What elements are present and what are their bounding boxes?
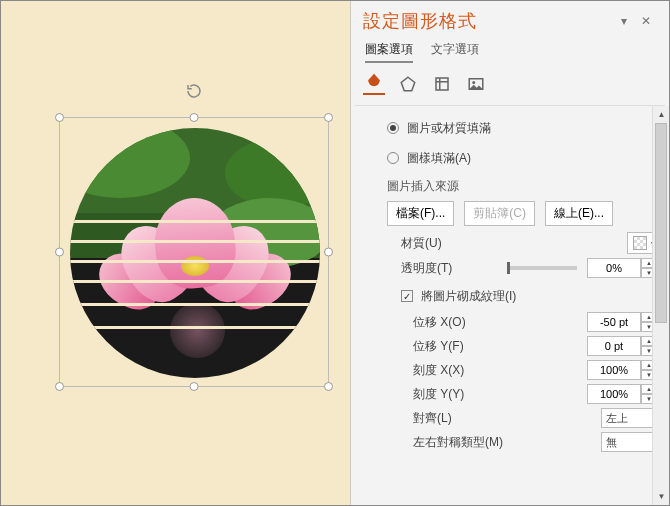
scale-x-input[interactable]: [587, 360, 641, 380]
scroll-up-icon[interactable]: ▲: [653, 106, 669, 123]
panel-scroll-area: 圖片或材質填滿 圖樣填滿(A) 圖片插入來源 檔案(F)... 剪貼簿(C) 線…: [351, 106, 669, 505]
resize-handle-tr[interactable]: [324, 113, 333, 122]
svg-rect-1: [436, 78, 448, 90]
fill-line-tab-icon[interactable]: [363, 73, 385, 95]
offset-x-spinner[interactable]: ▲▼: [587, 312, 661, 332]
format-shape-panel: 設定圖形格式 ▾ ✕ 圖案選項 文字選項 圖片或材質填滿 圖樣填滿(A) 圖片插…: [350, 1, 669, 505]
resize-handle-r[interactable]: [324, 248, 333, 257]
transparency-slider[interactable]: [507, 266, 577, 270]
scroll-thumb[interactable]: [655, 123, 667, 323]
rotate-handle[interactable]: [185, 82, 203, 100]
tile-checkbox[interactable]: ✓: [401, 290, 413, 302]
scale-x-label: 刻度 X(X): [413, 362, 587, 379]
panel-scrollbar[interactable]: ▲ ▼: [652, 106, 669, 505]
slide-canvas[interactable]: [1, 1, 351, 505]
online-button[interactable]: 線上(E)...: [545, 201, 613, 226]
scale-x-spinner[interactable]: ▲▼: [587, 360, 661, 380]
tab-shape-options[interactable]: 圖案選項: [365, 41, 413, 63]
svg-marker-0: [401, 77, 415, 91]
resize-handle-b[interactable]: [190, 382, 199, 391]
scroll-down-icon[interactable]: ▼: [653, 488, 669, 505]
options-tabs: 圖案選項 文字選項: [351, 37, 669, 69]
tile-checkbox-label: 將圖片砌成紋理(I): [421, 288, 516, 305]
resize-handle-br[interactable]: [324, 382, 333, 391]
radio-pattern-fill-label: 圖樣填滿(A): [407, 150, 471, 167]
panel-title: 設定圖形格式: [363, 9, 613, 33]
category-tabs: [351, 69, 669, 105]
resize-handle-l[interactable]: [55, 248, 64, 257]
radio-pattern-fill[interactable]: [387, 152, 399, 164]
picture-tab-icon[interactable]: [465, 73, 487, 95]
mirror-label: 左右對稱類型(M): [413, 434, 601, 451]
scale-y-input[interactable]: [587, 384, 641, 404]
offset-x-input[interactable]: [587, 312, 641, 332]
size-tab-icon[interactable]: [431, 73, 453, 95]
offset-x-label: 位移 X(O): [413, 314, 587, 331]
circle-picture-shape[interactable]: [70, 128, 320, 378]
resize-handle-bl[interactable]: [55, 382, 64, 391]
panel-close-icon[interactable]: ✕: [635, 14, 657, 28]
clipboard-button: 剪貼簿(C): [464, 201, 535, 226]
effects-tab-icon[interactable]: [397, 73, 419, 95]
resize-handle-t[interactable]: [190, 113, 199, 122]
panel-menu-icon[interactable]: ▾: [613, 14, 635, 28]
scale-y-label: 刻度 Y(Y): [413, 386, 587, 403]
offset-y-input[interactable]: [587, 336, 641, 356]
radio-picture-fill[interactable]: [387, 122, 399, 134]
resize-handle-tl[interactable]: [55, 113, 64, 122]
picture-source-label: 圖片插入來源: [387, 178, 661, 195]
transparency-label: 透明度(T): [401, 260, 503, 277]
alignment-label: 對齊(L): [413, 410, 601, 427]
offset-y-spinner[interactable]: ▲▼: [587, 336, 661, 356]
texture-label: 材質(U): [401, 235, 627, 252]
scale-y-spinner[interactable]: ▲▼: [587, 384, 661, 404]
tab-text-options[interactable]: 文字選項: [431, 41, 479, 63]
file-button[interactable]: 檔案(F)...: [387, 201, 454, 226]
transparency-spinner[interactable]: ▲▼: [587, 258, 661, 278]
transparency-input[interactable]: [587, 258, 641, 278]
svg-point-3: [472, 81, 475, 84]
shape-selection-box[interactable]: [59, 117, 329, 387]
radio-picture-fill-label: 圖片或材質填滿: [407, 120, 491, 137]
offset-y-label: 位移 Y(F): [413, 338, 587, 355]
